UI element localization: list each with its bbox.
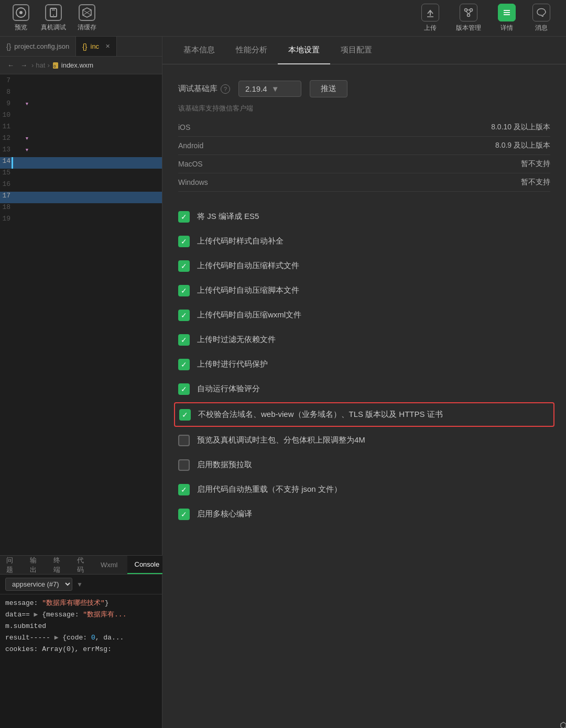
svg-point-1 [19,11,23,14]
version-mgmt-label: 版本管理 [456,24,481,32]
checkbox-compress-script-wrap[interactable]: ✓ [178,285,190,296]
svg-text:{}: {} [53,64,56,68]
svg-point-3 [53,15,54,16]
tab-project-config[interactable]: 项目配置 [330,37,383,64]
checkbox-auto-review-wrap[interactable]: ✓ [178,383,190,395]
main-area: {} project.config.json {} inc ✕ ← → › ha… [0,37,566,728]
service-select[interactable]: appservice (#7) [5,578,72,591]
details-button[interactable]: 详情 [491,2,523,35]
device-debug-icon [45,4,62,21]
checkbox-checked-icon: ✓ [178,211,190,223]
checkbox-checked-icon: ✓ [178,285,190,296]
checkbox-auto-style-wrap[interactable]: ✓ [178,236,190,247]
tab-local-settings[interactable]: 本地设置 [278,37,330,64]
settings-content: 调试基础库 ? 2.19.4 ▼ 推送 该基础库支持微信客户端 iOS 8.0.… [162,64,566,728]
debug-lib-row: 调试基础库 ? 2.19.4 ▼ 推送 [178,80,550,97]
checkbox-multi-core-wrap[interactable]: ✓ [178,509,190,520]
code-line-16: 16 [0,180,162,192]
breadcrumb-current: index.wxm [61,61,93,69]
inc-icon: {} [82,42,87,51]
checkbox-auto-style[interactable]: ✓ 上传代码时样式自动补全 [178,229,550,253]
clear-cache-button[interactable]: 清缓存 [73,2,101,34]
left-toolbar-group: 预览 真机调试 清 [8,2,101,34]
checkbox-data-prefetch[interactable]: 启用数据预拉取 [178,453,550,477]
back-button[interactable]: ← [5,60,16,70]
log-line-4: result----- ▶ {code: 0, da... [5,632,157,644]
checkbox-preview-bundle-limit-wrap[interactable] [178,435,190,446]
tab-terminal[interactable]: 终端 [46,556,68,574]
log-line-1: message: "数据库有哪些技术"} [5,598,157,609]
version-select[interactable]: 2.19.4 ▼ [238,81,301,97]
file-tab-config[interactable]: {} project.config.json [0,37,76,56]
file-icon: {} [52,62,59,69]
messages-icon [532,4,550,21]
upload-label: 上传 [424,24,437,32]
svg-line-16 [469,12,471,14]
checkbox-code-protect[interactable]: ✓ 上传时进行代码保护 [178,352,550,377]
checkbox-auto-review[interactable]: ✓ 自动运行体验评分 [178,377,550,401]
checkbox-data-prefetch-wrap[interactable] [178,459,190,471]
compat-section: 该基础库支持微信客户端 iOS 8.0.10 及以上版本 Android 8.0… [178,104,550,192]
console-log: message: "数据库有哪些技术"} data== ▶ {message: … [0,594,162,728]
tab-perf-analysis[interactable]: 性能分析 [225,37,278,64]
checkbox-hot-reload[interactable]: ✓ 启用代码自动热重载（不支持 json 文件） [178,477,550,502]
tab-issues[interactable]: 问题 [4,556,20,574]
checkbox-es5[interactable]: ✓ 将 JS 编译成 ES5 [178,204,550,229]
messages-label: 消息 [535,24,548,32]
log-line-2: data== ▶ {message: "数据库有... [5,609,157,621]
tab-wxml[interactable]: Wxml [93,556,125,574]
close-icon[interactable]: ✕ [105,43,110,50]
forward-button[interactable]: → [18,60,29,70]
checkbox-hot-reload-wrap[interactable]: ✓ [178,484,190,495]
checkbox-checked-icon: ✓ [178,509,190,520]
messages-button[interactable]: 消息 [525,2,558,35]
checkbox-compress-style-wrap[interactable]: ✓ [178,260,190,272]
checkbox-skip-domain-check[interactable]: ✓ 不校验合法域名、web-view（业务域名）、TLS 版本以及 HTTPS … [174,402,554,427]
code-line-14: 14 [0,157,162,169]
preview-label: 预览 [15,23,27,32]
details-label: 详情 [500,24,513,32]
code-line-7: 7 [0,76,162,88]
compat-android: Android 8.0.9 及以上版本 [178,137,550,155]
checkbox-compress-wxml[interactable]: ✓ 上传代码时自动压缩wxml文件 [178,303,550,327]
version-mgmt-button[interactable]: 版本管理 [449,2,488,35]
breadcrumb: ← → › hat › {} index.wxm [0,57,162,74]
code-line-9: 9 ▾ [0,100,162,111]
checkbox-code-protect-wrap[interactable]: ✓ [178,359,190,370]
checkbox-es5-wrap[interactable]: ✓ [178,211,190,223]
checkbox-preview-bundle-limit[interactable]: 预览及真机调试时主包、分包体积上限调整为4M [178,428,550,453]
checkbox-checked-icon: ✓ [178,383,190,395]
preview-button[interactable]: 预览 [8,2,34,34]
checkbox-filter-deps[interactable]: ✓ 上传时过滤无依赖文件 [178,327,550,352]
config-json-icon: {} [6,42,11,51]
device-debug-label: 真机调试 [41,23,66,32]
preview-icon [13,4,29,21]
tab-code[interactable]: 代码 [70,556,91,574]
tab-output[interactable]: 输出 [23,556,44,574]
tab-basic-info[interactable]: 基本信息 [173,37,225,64]
log-line-3: m.submited [5,621,157,632]
help-icon[interactable]: ? [221,84,230,94]
console-selector: appservice (#7) ▼ [0,575,162,594]
version-mgmt-icon [460,4,477,21]
checkbox-filter-deps-wrap[interactable]: ✓ [178,334,190,346]
tab-console[interactable]: Console [127,556,167,574]
checkbox-compress-wxml-wrap[interactable]: ✓ [178,310,190,321]
details-icon [498,4,516,21]
checkbox-multi-core[interactable]: ✓ 启用多核心编译 [178,502,550,526]
checkbox-checked-icon: ✓ [178,236,190,247]
log-line-5: cookies: Array(0), errMsg: [5,644,157,655]
push-button[interactable]: 推送 [310,80,347,97]
code-area[interactable]: 7 8 9 ▾ 10 11 [0,74,162,555]
device-debug-button[interactable]: 真机调试 [37,2,70,34]
checkbox-compress-script[interactable]: ✓ 上传代码时自动压缩脚本文件 [178,278,550,303]
upload-button[interactable]: 上传 [414,2,447,35]
checkbox-compress-style[interactable]: ✓ 上传代码时自动压缩样式文件 [178,253,550,278]
checkbox-checked-icon: ✓ [179,409,191,421]
top-toolbar: 预览 真机调试 清 [0,0,566,37]
svg-point-11 [465,9,467,12]
file-tab-inc[interactable]: {} inc ✕ [76,37,117,56]
right-panel: 基本信息 性能分析 本地设置 项目配置 调试基础库 ? 2.19.4 [162,37,566,728]
code-line-13: 13 ▾ [0,146,162,157]
checkbox-skip-domain-check-wrap[interactable]: ✓ [179,409,191,421]
